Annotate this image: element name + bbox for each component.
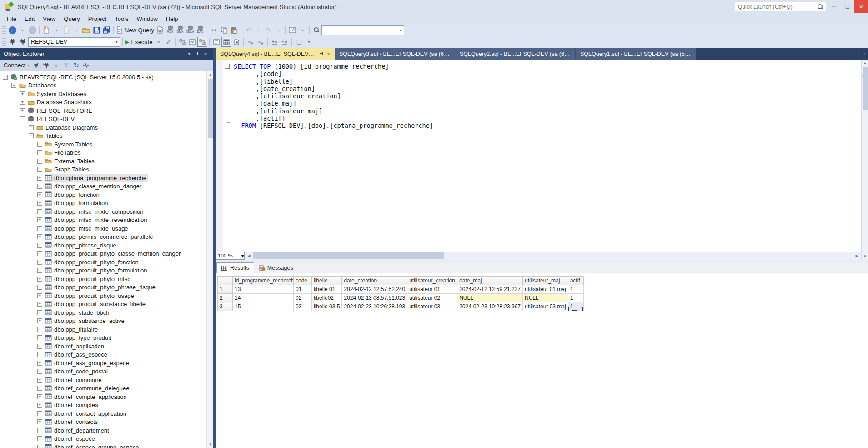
tree-item[interactable]: +dbo.ref_departement — [0, 426, 206, 435]
menu-tools[interactable]: Tools — [110, 14, 132, 24]
tree-item[interactable]: +dbo.ppp_classe_mention_danger — [0, 182, 206, 191]
available-databases-combobox[interactable]: REFSQL-DEV ▾ — [28, 37, 120, 47]
grid-cell[interactable]: 2024-02-12 12:59:21.237 — [457, 285, 523, 294]
tree-item[interactable]: +dbo.ref_ass_espece — [0, 351, 206, 359]
expand-toggle-icon[interactable]: + — [37, 386, 42, 391]
grid-header-cell[interactable]: libelle — [312, 277, 342, 285]
expand-toggle-icon[interactable]: + — [37, 369, 42, 374]
expand-toggle-icon[interactable]: + — [37, 310, 42, 315]
expand-toggle-icon[interactable]: + — [20, 100, 25, 105]
menu-project[interactable]: Project — [84, 14, 110, 24]
find-combobox[interactable]: ▾ — [321, 25, 404, 35]
tree-item[interactable]: +System Databases — [0, 90, 206, 98]
expand-toggle-icon[interactable]: + — [37, 327, 42, 332]
grid-cell[interactable]: 03 — [294, 302, 312, 311]
navigate-back-button[interactable]: ← — [7, 25, 17, 35]
expand-toggle-icon[interactable]: + — [37, 217, 42, 222]
pin-icon[interactable] — [319, 51, 324, 56]
code-fold-toggle[interactable]: − — [225, 64, 230, 69]
grid-cell[interactable]: utilisateur 01 maj — [522, 285, 568, 294]
window-position-menu[interactable]: ▾ — [185, 50, 193, 58]
scroll-right-icon[interactable]: ▶ — [853, 252, 860, 259]
close-panel-button[interactable]: × — [201, 50, 210, 58]
expand-toggle-icon[interactable]: + — [37, 445, 42, 448]
undo-menu[interactable]: ▾ — [253, 25, 263, 35]
estimated-plan-button[interactable] — [177, 37, 187, 47]
expand-toggle-icon[interactable]: + — [37, 268, 42, 273]
expand-toggle-icon[interactable]: + — [20, 91, 25, 96]
expand-toggle-icon[interactable]: + — [37, 411, 42, 416]
tree-item[interactable]: +dbo.ppp_produit_phyto_phrase_risque — [0, 283, 206, 292]
grid-cell[interactable]: utilisateur 03 — [407, 302, 457, 311]
grid-header-cell[interactable] — [218, 277, 233, 285]
save-button[interactable] — [91, 25, 101, 35]
tree-item[interactable]: +dbo.ppp_produit_phyto_classe_mention_da… — [0, 250, 206, 258]
outdent-button[interactable] — [270, 37, 280, 47]
grid-header-cell[interactable]: code — [294, 277, 312, 285]
grid-cell[interactable]: 2024-02-13 08:57:51.023 — [342, 294, 407, 302]
tree-item[interactable]: +Database Diagrams — [0, 123, 206, 132]
results-to-file-button[interactable] — [231, 37, 241, 47]
menu-file[interactable]: File — [3, 14, 20, 24]
grid-row-number[interactable]: 3 — [218, 302, 233, 311]
connect-button[interactable] — [7, 37, 17, 47]
tree-item[interactable]: −Databases — [0, 81, 206, 90]
expand-toggle-icon[interactable]: + — [37, 428, 42, 433]
expand-toggle-icon[interactable]: + — [37, 344, 42, 349]
menu-query[interactable]: Query — [60, 14, 84, 24]
grid-row-number[interactable]: 1 — [218, 285, 233, 294]
grid-cell[interactable]: 2024-02-23 10:26:38.193 — [342, 302, 407, 311]
sql-code-editor[interactable]: − SELECT TOP (1000) [id_programme_recher… — [216, 60, 861, 252]
scroll-left-icon[interactable]: ◀ — [246, 252, 252, 259]
expand-toggle-icon[interactable]: + — [37, 184, 42, 189]
grid-cell[interactable]: libelle 01 — [312, 285, 342, 294]
copy-button[interactable] — [219, 25, 229, 35]
grid-cell[interactable]: NULL — [457, 294, 523, 302]
object-explorer-header[interactable]: Object Explorer ▾ × — [0, 48, 213, 60]
grid-cell[interactable]: NULL — [522, 294, 568, 302]
tree-item[interactable]: +dbo.ref_code_postal — [0, 367, 206, 376]
results-to-text-button[interactable] — [211, 37, 221, 47]
expand-toggle-icon[interactable]: + — [29, 125, 34, 130]
close-button[interactable]: × — [854, 0, 868, 13]
tree-item[interactable]: −BEAVREFSQL-REC (SQL Server 15.0.2000.5 … — [0, 73, 206, 81]
grid-header-cell[interactable]: date_creation — [342, 277, 407, 285]
tree-item[interactable]: +dbo.ref_commune — [0, 376, 206, 384]
menu-view[interactable]: View — [39, 14, 60, 24]
activity-monitor-button[interactable] — [287, 25, 297, 35]
editor-horizontal-scrollbar[interactable]: ◀ ▶ — [245, 252, 861, 260]
tree-item[interactable]: +dbo.ref_espece — [0, 435, 206, 443]
oe-refresh-button[interactable]: ↻ — [71, 60, 81, 70]
sql-toolbar-options-menu[interactable]: ▾ — [304, 37, 314, 47]
tree-item[interactable]: +dbo.ppp_mfsc_mixte_composition — [0, 207, 206, 216]
grid-cell[interactable]: utilisateur 02 — [407, 294, 457, 302]
redo-menu[interactable]: ▾ — [273, 25, 283, 35]
find-button[interactable] — [311, 25, 321, 35]
expand-toggle-icon[interactable]: + — [37, 335, 42, 340]
code-area[interactable]: − SELECT TOP (1000) [id_programme_recher… — [223, 63, 861, 130]
tree-item[interactable]: +dbo.ref_application — [0, 342, 206, 351]
menu-edit[interactable]: Edit — [20, 14, 39, 24]
grid-cell[interactable]: 1 — [568, 302, 583, 311]
expand-toggle-icon[interactable]: + — [37, 361, 42, 366]
grid-cell[interactable]: libelle02 — [312, 294, 342, 302]
expand-toggle-icon[interactable]: + — [37, 159, 42, 164]
expand-toggle-icon[interactable]: + — [37, 243, 42, 248]
expand-toggle-icon[interactable]: + — [37, 403, 42, 408]
results-tab-results[interactable]: Results — [216, 262, 254, 273]
grid-cell[interactable]: 2024-02-12 12:57:52.240 — [342, 285, 407, 294]
navigate-back-menu[interactable]: ▾ — [17, 25, 27, 35]
expand-toggle-icon[interactable]: − — [3, 75, 8, 80]
grid-cell[interactable]: 1 — [568, 285, 583, 294]
auto-hide-button[interactable] — [193, 50, 201, 58]
tree-item[interactable]: +REFSQL_RESTORE — [0, 106, 206, 115]
scroll-down-icon[interactable]: ▼ — [862, 253, 868, 260]
scroll-up-icon[interactable]: ▲ — [207, 71, 214, 78]
oe-connect-button[interactable]: Connect ▾ — [3, 60, 31, 70]
tree-item[interactable]: +dbo.ppp_phrase_risque — [0, 241, 206, 250]
tree-item[interactable]: +dbo.ref_compte_application — [0, 393, 206, 401]
tree-item[interactable]: +dbo.ppp_fonction — [0, 191, 206, 199]
scrollbar-thumb[interactable] — [208, 79, 213, 138]
document-tab[interactable]: SQLQuery2.sql - BE...EFSQL-DEV (sa (68)) — [455, 48, 576, 60]
query-shortcuts-button[interactable]: ❏ — [294, 37, 304, 47]
